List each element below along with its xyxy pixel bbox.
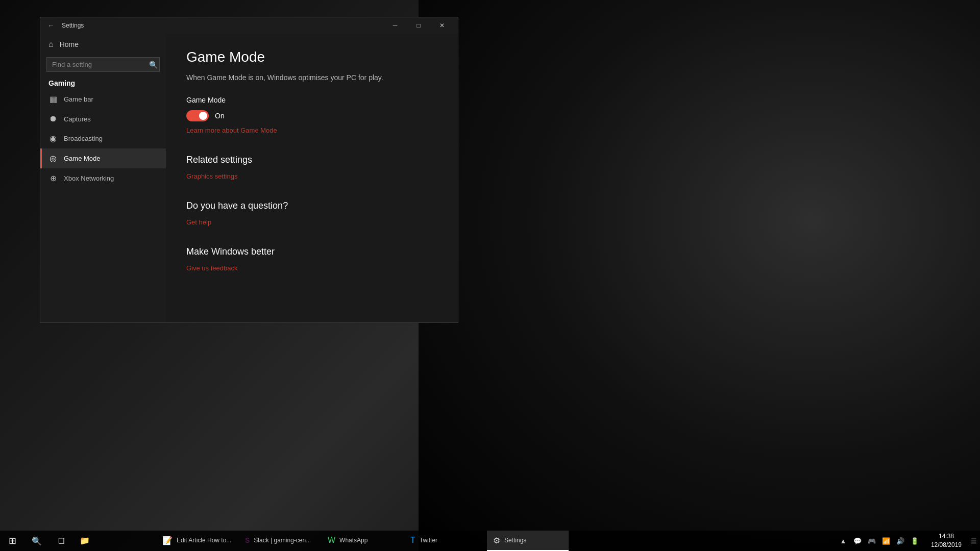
whatsapp-icon: W <box>328 536 335 545</box>
minimize-button[interactable]: ─ <box>383 17 407 34</box>
taskbar-clock[interactable]: 14:38 12/08/2019 <box>925 531 968 551</box>
settings-window: ← Settings ─ □ ✕ Home 🔍 Gaming ▦ Game ba… <box>40 17 458 323</box>
tray-expand-arrow: ▲ <box>840 537 847 545</box>
game-mode-icon: ◎ <box>48 154 58 163</box>
page-title: Game Mode <box>186 49 437 65</box>
sidebar-item-broadcasting[interactable]: ◉ Broadcasting <box>40 129 166 148</box>
file-explorer-icon: 📁 <box>80 536 90 545</box>
feedback-link[interactable]: Give us feedback <box>186 264 237 272</box>
tray-network-icon[interactable]: 📶 <box>880 531 892 551</box>
sidebar-item-label-game-mode: Game Mode <box>64 155 101 162</box>
sidebar-item-game-bar[interactable]: ▦ Game bar <box>40 89 166 109</box>
game-bar-icon: ▦ <box>48 94 58 104</box>
toggle-row: On <box>186 110 437 121</box>
game-mode-setting-label: Game Mode <box>186 96 437 104</box>
search-icon-button[interactable]: 🔍 <box>149 61 158 69</box>
start-button[interactable]: ⊞ <box>0 531 24 551</box>
sidebar-home-label: Home <box>60 40 79 48</box>
home-icon <box>48 40 54 49</box>
tray-volume-icon[interactable]: 🔊 <box>894 531 906 551</box>
tray-battery-icon[interactable]: 🔋 <box>909 531 921 551</box>
sidebar-item-label-broadcasting: Broadcasting <box>64 135 103 142</box>
toggle-knob <box>199 112 207 120</box>
sidebar-item-label-captures: Captures <box>64 115 91 123</box>
taskbar: ⊞ 🔍 ❑ 📁 📝 Edit Article How to... S Slack… <box>0 531 980 551</box>
xbox-icon: ⊕ <box>48 173 58 183</box>
slack-icon: S <box>245 536 250 544</box>
task-view-button[interactable]: ❑ <box>49 531 74 551</box>
sidebar-item-xbox-networking[interactable]: ⊕ Xbox Networking <box>40 168 166 188</box>
question-heading: Do you have a question? <box>186 201 437 211</box>
whatsapp-label: WhatsApp <box>339 537 368 544</box>
taskbar-apps: 📁 📝 Edit Article How to... S Slack | gam… <box>74 531 833 551</box>
taskbar-search-button[interactable]: 🔍 <box>24 531 49 551</box>
game-mode-toggle[interactable] <box>186 110 209 121</box>
learn-more-link[interactable]: Learn more about Game Mode <box>186 127 277 134</box>
edit-article-icon: 📝 <box>162 536 173 545</box>
system-tray: ▲ 💬 🎮 📶 🔊 🔋 <box>833 531 925 551</box>
sidebar-item-label-xbox: Xbox Networking <box>64 174 114 182</box>
window-title: Settings <box>62 22 84 29</box>
get-help-link[interactable]: Get help <box>186 218 211 226</box>
tray-game-icon[interactable]: 🎮 <box>866 531 878 551</box>
tray-chat-icon[interactable]: 💬 <box>851 531 864 551</box>
broadcasting-icon: ◉ <box>48 134 58 143</box>
settings-taskbar-icon: ⚙ <box>493 536 500 545</box>
edit-article-label: Edit Article How to... <box>177 537 231 544</box>
toggle-status: On <box>215 112 225 120</box>
sidebar-home[interactable]: Home <box>40 34 166 55</box>
search-input[interactable] <box>46 57 160 72</box>
settings-taskbar-label: Settings <box>504 537 526 544</box>
taskbar-app-whatsapp[interactable]: W WhatsApp <box>322 531 403 551</box>
search-box-container: 🔍 <box>46 57 160 72</box>
maximize-button[interactable]: □ <box>407 17 430 34</box>
title-bar-left: ← Settings <box>44 19 84 32</box>
related-settings-heading: Related settings <box>186 155 437 165</box>
taskbar-app-slack[interactable]: S Slack | gaming-cen... <box>239 531 321 551</box>
sidebar-item-label-game-bar: Game bar <box>64 95 93 103</box>
clock-date: 12/08/2019 <box>931 541 962 549</box>
sidebar-section-title: Gaming <box>40 76 166 89</box>
tray-expand-icon[interactable]: ▲ <box>837 531 849 551</box>
close-button[interactable]: ✕ <box>430 17 454 34</box>
twitter-label: Twitter <box>420 537 437 544</box>
title-bar-controls: ─ □ ✕ <box>383 17 454 34</box>
taskbar-app-settings[interactable]: ⚙ Settings <box>487 531 569 551</box>
clock-time: 14:38 <box>939 532 954 541</box>
slack-label: Slack | gaming-cen... <box>254 537 311 544</box>
page-description: When Game Mode is on, Windows optimises … <box>186 73 437 82</box>
make-better-heading: Make Windows better <box>186 246 437 257</box>
twitter-icon: T <box>410 536 415 545</box>
taskbar-app-edit-article[interactable]: 📝 Edit Article How to... <box>156 531 238 551</box>
taskbar-app-file-explorer[interactable]: 📁 <box>74 531 155 551</box>
taskbar-app-twitter[interactable]: T Twitter <box>404 531 486 551</box>
back-button[interactable]: ← <box>44 19 58 32</box>
window-body: Home 🔍 Gaming ▦ Game bar ⏺ Captures ◉ Br… <box>40 34 458 322</box>
sidebar-item-captures[interactable]: ⏺ Captures <box>40 109 166 129</box>
sidebar: Home 🔍 Gaming ▦ Game bar ⏺ Captures ◉ Br… <box>40 34 166 322</box>
captures-icon: ⏺ <box>48 114 58 123</box>
sidebar-item-game-mode[interactable]: ◎ Game Mode <box>40 148 166 168</box>
main-content: Game Mode When Game Mode is on, Windows … <box>166 34 458 322</box>
notification-center-icon[interactable]: ☰ <box>968 531 980 551</box>
title-bar: ← Settings ─ □ ✕ <box>40 17 458 34</box>
graphics-settings-link[interactable]: Graphics settings <box>186 172 237 180</box>
